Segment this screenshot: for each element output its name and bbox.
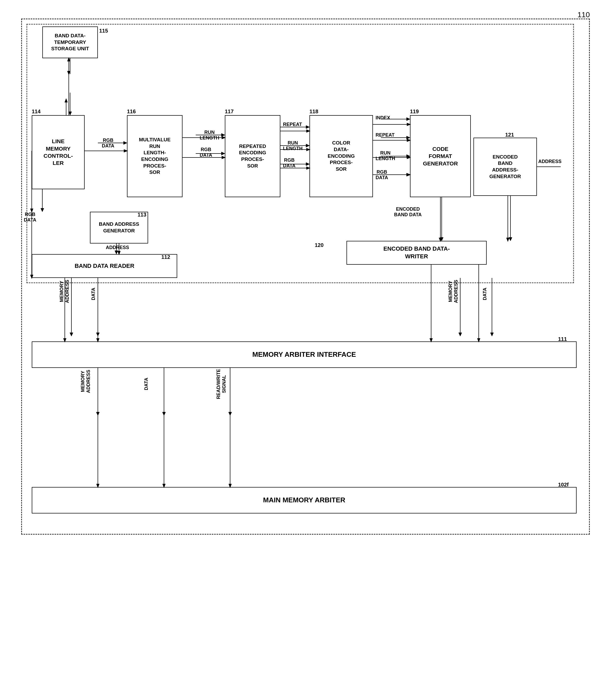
- index-label: INDEX: [376, 115, 390, 121]
- ref-121: 121: [505, 132, 514, 138]
- ref-119: 119: [410, 108, 419, 115]
- code-format-generator-block: CODEFORMATGENERATOR: [410, 115, 471, 197]
- ref-113: 113: [137, 212, 146, 218]
- data-label-3: DATA: [143, 378, 149, 390]
- rgb-data-label-2: RGBDATA: [200, 147, 212, 158]
- repeat-label-1: REPEAT: [283, 122, 302, 127]
- repeat-label-2: REPEAT: [376, 132, 395, 138]
- ref-117: 117: [225, 108, 234, 115]
- repeated-encoding-block: REPEATEDENCODINGPROCES-SOR: [225, 115, 280, 197]
- ref-110: 110: [578, 10, 590, 19]
- encoded-band-data-label: ENCODEDBAND DATA: [394, 206, 422, 218]
- band-data-reader-block: BAND DATA READER: [32, 254, 177, 278]
- run-length-label-2: RUNLENGTH: [283, 140, 302, 151]
- ref-120: 120: [315, 242, 323, 248]
- run-length-label-3: RUNLENGTH: [376, 150, 395, 161]
- ref-112: 112: [161, 254, 170, 260]
- ref-118: 118: [310, 108, 318, 115]
- memory-address-label-2: MEMORYADDRESS: [448, 280, 459, 303]
- main-memory-arbiter-block: MAIN MEMORY ARBITER: [32, 487, 577, 513]
- memory-arbiter-interface-block: MEMORY ARBITER INTERFACE: [32, 342, 577, 368]
- rgb-data-left-label: RGBDATA: [24, 212, 36, 223]
- rgb-data-label-1: RGBDATA: [102, 137, 114, 149]
- ref-115: 115: [99, 28, 108, 34]
- memory-address-label-1: MEMORYADDRESS: [59, 280, 70, 303]
- ref-116: 116: [127, 108, 136, 115]
- encoded-band-address-block: ENCODEDBANDADDRESS-GENERATOR: [474, 137, 537, 196]
- ref-111: 111: [558, 336, 567, 342]
- ref-114: 114: [32, 108, 41, 115]
- rgb-data-label-3: RGBDATA: [283, 157, 295, 169]
- band-data-temp-block: BAND DATA- TEMPORARY STORAGE UNIT: [42, 26, 98, 58]
- address-label-1: ADDRESS: [538, 159, 562, 165]
- diagram-container: 110: [16, 10, 598, 667]
- line-memory-block: LINEMEMORYCONTROL-LER: [32, 115, 85, 189]
- multivalue-run-block: MULTIVALUERUNLENGTH-ENCODINGPROCES-SOR: [127, 115, 183, 197]
- address-label-2: ADDRESS: [106, 245, 129, 250]
- encoded-band-data-writer-block: ENCODED BAND DATA-WRITER: [347, 241, 487, 265]
- rgb-data-label-4: RGBDATA: [376, 169, 388, 180]
- ref-102f: 102f: [558, 482, 569, 488]
- color-data-encoding-block: COLORDATA-ENCODINGPROCES-SOR: [310, 115, 373, 197]
- read-write-label: READ/WRITESIGNAL: [216, 369, 227, 399]
- run-length-label-1: RUNLENGTH: [200, 130, 219, 141]
- memory-address-label-3: MEMORYADDRESS: [80, 370, 91, 393]
- data-label-1: DATA: [91, 288, 96, 300]
- data-label-2: DATA: [482, 288, 488, 300]
